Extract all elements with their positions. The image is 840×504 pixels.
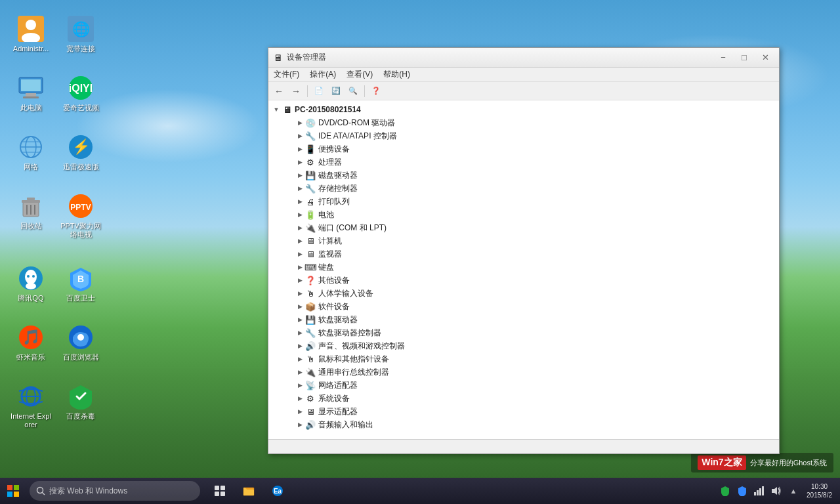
system-expand[interactable]: ▶ xyxy=(295,393,305,404)
toolbar-help[interactable]: ❓ xyxy=(368,84,384,98)
desktop-icon-qq[interactable]: 腾讯QQ xyxy=(8,262,54,305)
floppy-expand[interactable]: ▶ xyxy=(295,314,305,325)
desktop-icon-pptv[interactable]: PPTV PPTV聚力网络电视 xyxy=(58,190,104,242)
toolbar-properties[interactable]: 📄 xyxy=(311,84,327,98)
tree-item-mouse[interactable]: ▶ 🖱 鼠标和其他指针设备 xyxy=(268,352,779,366)
menu-file[interactable]: 文件(F) xyxy=(268,68,304,81)
maximize-button[interactable]: □ xyxy=(736,51,753,64)
tree-item-port[interactable]: ▶ 🔌 端口 (COM 和 LPT) xyxy=(268,221,779,234)
desktop-icon-ie[interactable]: Internet Explorer xyxy=(8,381,54,432)
desktop-icon-admin[interactable]: Administr... xyxy=(8,13,54,56)
svg-rect-19 xyxy=(22,200,40,203)
print-expand[interactable]: ▶ xyxy=(295,196,305,207)
sound-expand[interactable]: ▶ xyxy=(295,341,305,351)
software-dev-expand[interactable]: ▶ xyxy=(295,301,305,312)
tree-item-processor[interactable]: ▶ ⚙ 处理器 xyxy=(268,156,779,169)
tree-item-storage[interactable]: ▶ 🔧 存储控制器 xyxy=(268,182,779,195)
tree-item-print[interactable]: ▶ 🖨 打印队列 xyxy=(268,195,779,208)
disk-expand[interactable]: ▶ xyxy=(295,170,305,180)
floppy-ctrl-expand[interactable]: ▶ xyxy=(295,327,305,338)
toolbar-forward[interactable]: → xyxy=(288,84,304,98)
store-button[interactable]: Ea xyxy=(264,478,291,504)
menu-view[interactable]: 查看(V) xyxy=(341,68,378,81)
hid-expand[interactable]: ▶ xyxy=(295,288,305,299)
tree-item-usb[interactable]: ▶ 🔌 通用串行总线控制器 xyxy=(268,366,779,379)
watermark-logo: Win7之家 xyxy=(698,455,746,470)
clock-display[interactable]: 10:30 2015/8/2 xyxy=(804,482,835,499)
watermark-subtitle: 分享最好用的Ghost系统 xyxy=(750,458,827,468)
other-expand[interactable]: ▶ xyxy=(295,275,305,285)
port-expand[interactable]: ▶ xyxy=(295,222,305,233)
close-button[interactable]: ✕ xyxy=(757,51,774,64)
tree-item-monitor[interactable]: ▶ 🖥 监视器 xyxy=(268,247,779,261)
tree-item-network[interactable]: ▶ 📡 网络适配器 xyxy=(268,379,779,392)
tree-item-computer[interactable]: ▶ 🖥 计算机 xyxy=(268,234,779,247)
tree-item-software-dev[interactable]: ▶ 📦 软件设备 xyxy=(268,300,779,313)
audio-expand[interactable]: ▶ xyxy=(295,419,305,430)
tree-item-floppy-ctrl[interactable]: ▶ 🔧 软盘驱动器控制器 xyxy=(268,326,779,339)
device-manager-window: 🖥 设备管理器 − □ ✕ 文件(F) 操作(A) 查看(V) 帮助(H) ← … xyxy=(268,47,780,454)
toolbar-update[interactable]: 🔄 xyxy=(328,84,344,98)
battery-expand[interactable]: ▶ xyxy=(295,209,305,220)
storage-label: 存储控制器 xyxy=(318,183,358,194)
tree-item-dvd[interactable]: ▶ 💿 DVD/CD-ROM 驱动器 xyxy=(268,116,779,129)
tree-item-audio[interactable]: ▶ 🔊 音频输入和输出 xyxy=(268,418,779,431)
desktop-icon-network[interactable]: 网络 xyxy=(8,131,54,174)
mouse-label: 鼠标和其他指针设备 xyxy=(318,354,389,365)
tree-item-system[interactable]: ▶ ⚙ 系统设备 xyxy=(268,392,779,405)
tree-item-display[interactable]: ▶ 🖥 显示适配器 xyxy=(268,405,779,418)
start-button[interactable] xyxy=(0,478,26,504)
search-bar[interactable]: 搜索 Web 和 Windows xyxy=(30,481,200,501)
desktop-icon-mypc[interactable]: 此电脑 xyxy=(8,72,54,115)
computer-expand[interactable]: ▶ xyxy=(295,236,305,246)
root-expand-icon[interactable]: ▼ xyxy=(271,104,282,115)
tree-root-node[interactable]: ▼ 🖥 PC-201508021514 xyxy=(268,103,779,116)
network-expand[interactable]: ▶ xyxy=(295,380,305,390)
desktop-icon-baidu-browser[interactable]: 百度浏览器 xyxy=(58,322,104,364)
minimize-button[interactable]: − xyxy=(715,51,732,64)
tree-item-other[interactable]: ▶ ❓ 其他设备 xyxy=(268,274,779,287)
desktop-icon-baidu-guard[interactable]: B 百度卫士 xyxy=(58,262,104,305)
storage-expand[interactable]: ▶ xyxy=(295,183,305,194)
menu-help[interactable]: 帮助(H) xyxy=(378,68,415,81)
desktop-icon-xunlei[interactable]: ⚡ 迅雷极速版 xyxy=(58,131,104,174)
tree-item-portable[interactable]: ▶ 📱 便携设备 xyxy=(268,142,779,156)
task-view-button[interactable] xyxy=(207,478,233,504)
ide-expand[interactable]: ▶ xyxy=(295,131,305,141)
tree-item-hid[interactable]: ▶ 🖱 人体学输入设备 xyxy=(268,287,779,300)
tree-item-keyboard[interactable]: ▶ ⌨ 键盘 xyxy=(268,261,779,274)
desktop-icon-baidu-kill[interactable]: 百度杀毒 xyxy=(58,381,104,423)
toolbar-back[interactable]: ← xyxy=(271,84,287,98)
mouse-expand[interactable]: ▶ xyxy=(295,354,305,364)
explorer-button[interactable] xyxy=(236,478,262,504)
desktop-icon-recycle[interactable]: 回收站 xyxy=(8,190,54,233)
svg-point-30 xyxy=(26,283,36,289)
tree-item-disk[interactable]: ▶ 💾 磁盘驱动器 xyxy=(268,169,779,182)
portable-expand[interactable]: ▶ xyxy=(295,144,305,154)
svg-marker-57 xyxy=(772,487,777,495)
xiami-label: 虾米音乐 xyxy=(16,353,45,362)
menu-action[interactable]: 操作(A) xyxy=(304,68,341,81)
network-label: 网络 xyxy=(24,163,38,171)
shield-tray-icon[interactable] xyxy=(719,484,732,497)
toolbar-scan[interactable]: 🔍 xyxy=(345,84,361,98)
tree-item-floppy[interactable]: ▶ 💾 软盘驱动器 xyxy=(268,313,779,326)
tree-item-sound[interactable]: ▶ 🔊 声音、视频和游戏控制器 xyxy=(268,339,779,352)
dvd-expand[interactable]: ▶ xyxy=(295,117,305,128)
svg-rect-41 xyxy=(7,492,12,497)
speaker-tray-icon[interactable] xyxy=(770,484,783,497)
desktop-icon-iqiyi[interactable]: iQIYI 爱奇艺视频 xyxy=(58,72,104,115)
desktop-icon-xiami[interactable]: 🎵 虾米音乐 xyxy=(8,322,54,364)
svg-rect-47 xyxy=(215,492,219,496)
desktop-icon-broadband[interactable]: 🌐 宽带连接 xyxy=(58,13,104,56)
display-expand[interactable]: ▶ xyxy=(295,406,305,417)
usb-expand[interactable]: ▶ xyxy=(295,367,305,377)
up-arrow-tray[interactable]: ▲ xyxy=(787,484,800,497)
tree-item-ide[interactable]: ▶ 🔧 IDE ATA/ATAPI 控制器 xyxy=(268,129,779,142)
processor-expand[interactable]: ▶ xyxy=(295,157,305,167)
tree-item-battery[interactable]: ▶ 🔋 电池 xyxy=(268,208,779,221)
monitor-expand[interactable]: ▶ xyxy=(295,249,305,259)
network-tray-icon[interactable] xyxy=(753,484,766,497)
shield2-tray-icon[interactable] xyxy=(736,484,749,497)
device-tree[interactable]: ▼ 🖥 PC-201508021514 ▶ 💿 DVD/CD-ROM 驱动器 ▶… xyxy=(268,100,779,439)
